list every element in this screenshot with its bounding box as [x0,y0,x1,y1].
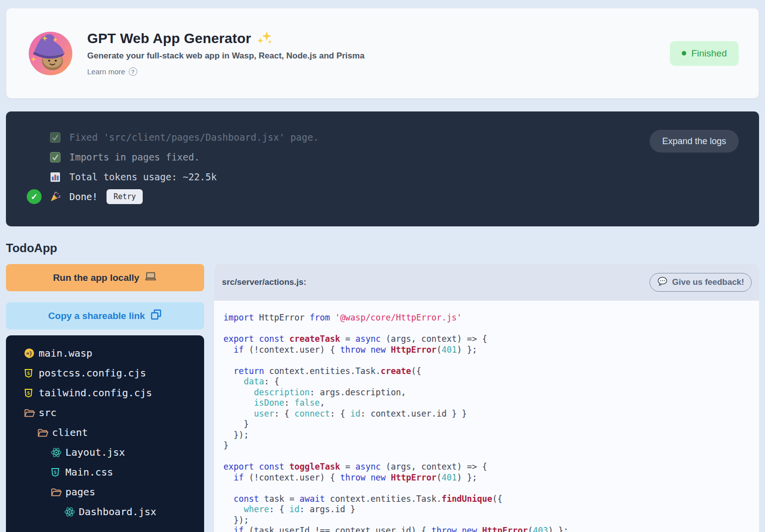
log-line: Fixed 'src/client/pages/Dashboard.jsx' p… [27,127,759,147]
done-label: Done! [69,191,98,202]
sparkles-icon [256,30,273,47]
learn-more-link[interactable]: Learn more [87,67,137,76]
log-text: Total tokens usage: ~22.5k [69,171,217,182]
tree-item-label: postcss.config.cjs [39,367,146,379]
generation-logs-panel: Fixed 'src/client/pages/Dashboard.jsx' p… [6,111,759,226]
code-line: isDone: false, [223,398,759,409]
code-line: const task = await context.entities.Task… [223,494,759,505]
page-subtitle: Generate your full-stack web app in Wasp… [87,51,739,61]
give-feedback-label: Give us feedback! [672,277,744,287]
svg-text:S: S [27,371,30,375]
log-text: Fixed 'src/client/pages/Dashboard.jsx' p… [69,132,319,143]
code-filename: src/server/actions.js: [222,277,306,287]
code-line: }); [223,430,759,441]
tree-item-label: Layout.jsx [65,446,125,458]
check-emoji-icon [50,132,69,143]
page-title: GPT Web App Generator [87,31,251,47]
js-shield-icon: S [24,388,39,398]
css-shield-icon: S [51,467,65,478]
code-line: if (task.userId !== context.user.id) { t… [223,526,759,532]
wasp-icon: =} [24,348,39,359]
code-line: return context.entities.Task.create({ [223,366,759,377]
react-icon [51,447,65,458]
code-line: if (!context.user) { throw new HttpError… [223,345,759,356]
code-line: }); [223,515,759,526]
code-line: where: { id: args.id } [223,504,759,515]
retry-button[interactable]: Retry [107,189,143,204]
folder-open-icon [37,427,52,438]
tree-item-label: client [52,426,88,438]
code-line [223,323,759,334]
mage-avatar [28,31,73,76]
code-panel: src/server/actions.js: Give us feedback!… [214,264,759,532]
code-panel-header: src/server/actions.js: Give us feedback! [214,264,759,301]
code-line: data: { [223,376,759,387]
success-check-circle-icon [27,189,42,204]
code-line: export const createTask = async (args, c… [223,334,759,345]
laptop-icon [144,270,157,285]
app-name: TodoApp [6,241,759,255]
log-line: Total tokens usage: ~22.5k [27,167,759,187]
js-shield-icon: S [24,368,39,378]
tree-item-label: Dashboard.jsx [79,506,157,518]
code-line: export const toggleTask = async (args, c… [223,462,759,473]
bar-chart-icon [50,171,69,183]
question-circle-icon [129,67,137,76]
tree-item-label: tailwind.config.cjs [39,387,152,399]
copy-shareable-link-button[interactable]: Copy a shareable link [6,302,204,329]
left-column: Run the app locally Copy a shareable lin… [6,264,204,532]
log-line: Imports in pages fixed. [27,147,759,167]
tree-item-pages[interactable]: pages [6,482,204,502]
file-tree: =}main.waspSpostcss.config.cjsStailwind.… [6,335,204,532]
tree-item-label: pages [65,486,95,498]
tree-item-main.wasp[interactable]: =}main.wasp [6,343,204,363]
give-feedback-button[interactable]: Give us feedback! [650,273,752,292]
tree-item-label: src [39,407,56,419]
code-view: import HttpError from '@wasp/core/HttpEr… [214,301,759,532]
done-row: Done! Retry [27,187,759,207]
svg-text:S: S [54,470,56,475]
tree-item-label: Main.css [65,466,113,478]
svg-text:S: S [27,390,30,395]
run-app-locally-button[interactable]: Run the app locally [6,264,204,291]
code-line: if (!context.user) { throw new HttpError… [223,473,759,483]
copy-link-label: Copy a shareable link [48,311,145,321]
code-line: description: args.description, [223,387,759,398]
status-badge: Finished [670,41,739,66]
tree-item-Main.css[interactable]: SMain.css [6,462,204,482]
code-line: import HttpError from '@wasp/core/HttpEr… [223,313,759,323]
tree-item-src[interactable]: src [6,403,204,423]
code-line [223,483,759,494]
expand-logs-button[interactable]: Expand the logs [650,130,739,153]
hero-card: GPT Web App Generator Generate your full… [6,8,759,99]
status-dot-icon [682,51,686,55]
tree-item-label: main.wasp [39,347,92,359]
tree-item-Dashboard.jsx[interactable]: Dashboard.jsx [6,502,204,522]
party-popper-icon [50,191,69,203]
check-emoji-icon [50,152,69,163]
folder-open-icon [51,486,65,498]
tree-item-client[interactable]: client [6,423,204,442]
code-line [223,355,759,366]
speech-bubble-icon [657,276,668,289]
folder-open-icon [24,407,39,419]
svg-text:=}: =} [26,351,32,356]
run-app-label: Run the app locally [53,272,139,283]
status-label: Finished [691,48,727,59]
code-line: } [223,440,759,451]
code-line: } [223,419,759,430]
log-text: Imports in pages fixed. [69,152,200,162]
copy-icon [150,309,162,323]
workspace: Run the app locally Copy a shareable lin… [6,264,759,532]
code-line: user: { connect: { id: context.user.id }… [223,409,759,420]
learn-more-label: Learn more [87,67,125,76]
code-line [223,451,759,462]
tree-item-postcss.config.cjs[interactable]: Spostcss.config.cjs [6,363,204,383]
react-icon [64,506,79,518]
tree-item-Layout.jsx[interactable]: Layout.jsx [6,442,204,462]
tree-item-tailwind.config.cjs[interactable]: Stailwind.config.cjs [6,383,204,403]
